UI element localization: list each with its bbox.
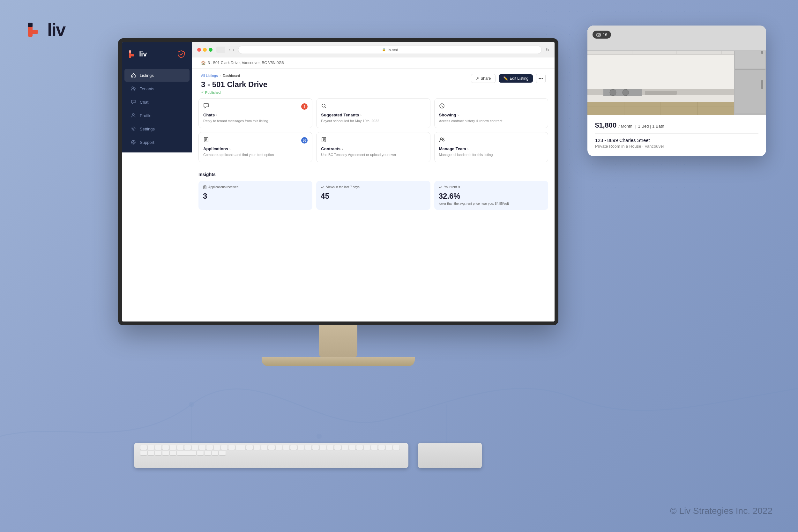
suggested-tenants-card[interactable]: Suggested Tenants › Payout scheduled for… [316,98,430,128]
keyboard-key [228,445,235,450]
card-icon-row-2 [321,103,425,110]
svg-rect-51 [645,91,677,95]
forward-button[interactable]: › [233,48,234,52]
contracts-card[interactable]: Contracts › Use BC Tenancy Agreement or … [316,132,430,162]
support-icon [131,140,136,145]
close-button[interactable] [197,48,201,52]
listing-type: Private Room in a House · Vancouver [595,144,758,149]
keyboard-key [298,445,304,450]
logo-icon [25,20,45,39]
sidebar-brand: liv [128,50,147,59]
published-badge: ✓ Published [201,90,267,94]
applications-card[interactable]: 86 Applications › Compare applicants and… [199,132,312,162]
showing-card[interactable]: Showing › Access contract history & rene… [434,98,548,128]
search-card-icon [321,103,327,110]
svg-point-13 [133,128,134,130]
breadcrumb-all-listings[interactable]: All Listings [201,74,218,77]
trackpad [418,443,482,468]
suggested-arrow: › [360,113,361,117]
back-button[interactable]: ‹ [229,48,230,52]
svg-rect-10 [129,51,131,53]
contracts-arrow: › [342,147,343,151]
listing-card-popup: 16 $1,800 / Month | 1 Bed | 1 Bath 123 -… [588,25,766,156]
svg-rect-45 [735,70,765,113]
insight-label-text-1: Applications received [208,185,239,189]
sidebar-item-settings[interactable]: Settings [125,122,189,135]
sidebar-item-profile[interactable]: Profile [125,109,189,122]
card-icon-row-5 [321,137,425,144]
keyboard-key [219,451,226,455]
sidebar-item-listings[interactable]: Listings [125,69,189,82]
listing-price: $1,800 / Month | 1 Bed | 1 Bath [595,121,758,130]
keyboard-key [371,445,377,450]
keyboard-key [155,451,162,455]
svg-point-53 [610,89,616,96]
keyboard-key [162,445,169,450]
keyboard-key [312,445,319,450]
image-count: 16 [603,32,607,37]
shield-icon [177,50,186,59]
sidebar-item-tenants[interactable]: Tenants [125,82,189,95]
url-text: liv.rent [388,48,398,52]
url-bar[interactable]: 🔒 liv.rent [238,45,542,54]
showing-arrow: › [458,113,459,117]
contracts-desc: Use BC Tenancy Agreement or upload your … [321,152,425,157]
applications-title: Applications › [203,146,308,151]
chat-card-icon [203,103,209,110]
keyboard-key [162,451,169,455]
insight-icon-3 [439,185,443,189]
manage-team-card[interactable]: Manage Team › Manage all landlords for t… [434,132,548,162]
manage-team-title: Manage Team › [439,146,543,151]
keyboard-key [254,445,260,450]
home-icon [131,73,136,78]
check-icon: ✓ [201,90,204,94]
svg-point-61 [598,34,599,36]
keyboard-key [148,445,154,450]
chats-label: Chats [203,113,215,117]
header-left: All Listings › Dashboard 3 - 501 Clark D… [201,74,267,94]
chat-badge: 3 [301,103,308,110]
browser-tab[interactable] [216,46,225,53]
keyboard-key [356,445,363,450]
keyboard-key [268,445,275,450]
sidebar-item-chat[interactable]: Chat [125,96,189,109]
refresh-button[interactable]: ↻ [545,47,550,52]
chats-card[interactable]: 3 Chats › Reply to tenant messages from … [199,98,312,128]
listing-info: $1,800 / Month | 1 Bed | 1 Bath 123 - 88… [588,115,766,156]
edit-icon: ✏️ [503,76,508,81]
svg-point-28 [440,138,442,140]
card-icon-row-4: 86 [203,137,308,144]
keyboard-key [342,445,348,450]
monitor-stand-neck [319,325,357,357]
showing-title: Showing › [439,113,543,117]
keyboard-key [212,451,218,455]
home-small-icon: 🏠 [201,61,206,65]
nav-chat-label: Chat [140,100,148,104]
cards-grid: 3 Chats › Reply to tenant messages from … [199,98,548,162]
sidebar-item-support[interactable]: Support [125,136,189,149]
maximize-button[interactable] [209,48,212,52]
keyboard-key [276,445,282,450]
insights-grid: Applications received 3 Views in the las… [199,181,548,210]
edit-listing-button[interactable]: ✏️ Edit Listing [499,74,533,82]
copyright: © Liv Strategies Inc. 2022 [670,506,773,516]
keyboard-key [148,451,154,455]
applications-desc: Compare applicants and find your best op… [203,152,308,157]
keyboard-key [349,445,355,450]
breadcrumb: All Listings › Dashboard [201,74,267,77]
suggested-label: Suggested Tenants [321,113,359,117]
chats-card-title: Chats › [203,113,308,117]
svg-rect-9 [129,54,134,56]
keyboard-key [246,445,253,450]
manage-team-label: Manage Team [439,146,466,151]
share-button[interactable]: ↗ Share [471,74,496,83]
nav-support-label: Support [140,140,154,145]
svg-rect-48 [761,80,763,89]
more-options-button[interactable]: ••• [536,74,545,83]
svg-point-29 [442,138,444,140]
minimize-button[interactable] [203,48,207,52]
keyboard-key [261,445,267,450]
monitor-screen: liv Listings [118,38,558,325]
nav-tenants-label: Tenants [140,87,154,91]
listing-address-full: 123 - 8899 Charles Street [595,137,758,143]
